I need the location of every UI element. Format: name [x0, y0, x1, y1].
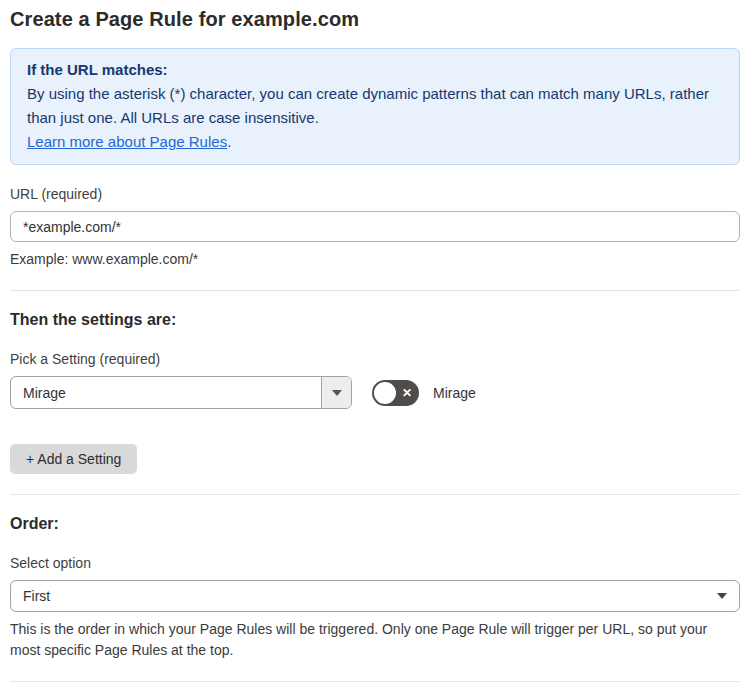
toggle-label: Mirage: [433, 385, 476, 401]
caret-down-icon: [717, 593, 727, 599]
url-field: URL (required) Example: www.example.com/…: [10, 186, 740, 270]
settings-heading: Then the settings are:: [10, 311, 740, 329]
order-select-value: First: [23, 588, 50, 604]
order-select[interactable]: First: [10, 580, 740, 612]
create-page-rule-form: Create a Page Rule for example.com If th…: [0, 0, 750, 684]
caret-down-icon: [332, 390, 342, 396]
select-option-label: Select option: [10, 555, 740, 571]
setting-dropdown-arrow-button[interactable]: [321, 377, 351, 408]
url-match-info-box: If the URL matches: By using the asteris…: [10, 48, 740, 165]
url-input[interactable]: [10, 211, 740, 242]
info-box-heading: If the URL matches:: [27, 58, 723, 82]
page-title: Create a Page Rule for example.com: [10, 8, 740, 31]
pick-setting-label: Pick a Setting (required): [10, 351, 740, 367]
info-link-row: Learn more about Page Rules.: [27, 133, 231, 150]
toggle-off-x-icon: ✕: [402, 387, 412, 399]
setting-row: Mirage ✕ Mirage: [10, 376, 740, 409]
toggle-knob: [374, 382, 396, 404]
order-helper-text: This is the order in which your Page Rul…: [10, 619, 740, 661]
url-label: URL (required): [10, 186, 740, 202]
divider: [10, 681, 740, 682]
divider: [10, 494, 740, 495]
setting-dropdown-value: Mirage: [11, 377, 321, 408]
link-period: .: [227, 133, 231, 150]
setting-dropdown[interactable]: Mirage: [10, 376, 352, 409]
url-example-helper: Example: www.example.com/*: [10, 249, 740, 270]
info-box-body: By using the asterisk (*) character, you…: [27, 82, 723, 130]
order-heading: Order:: [10, 515, 740, 533]
learn-more-link[interactable]: Learn more about Page Rules: [27, 133, 227, 150]
add-setting-button[interactable]: + Add a Setting: [10, 444, 137, 474]
divider: [10, 290, 740, 291]
mirage-toggle[interactable]: ✕: [372, 380, 419, 406]
